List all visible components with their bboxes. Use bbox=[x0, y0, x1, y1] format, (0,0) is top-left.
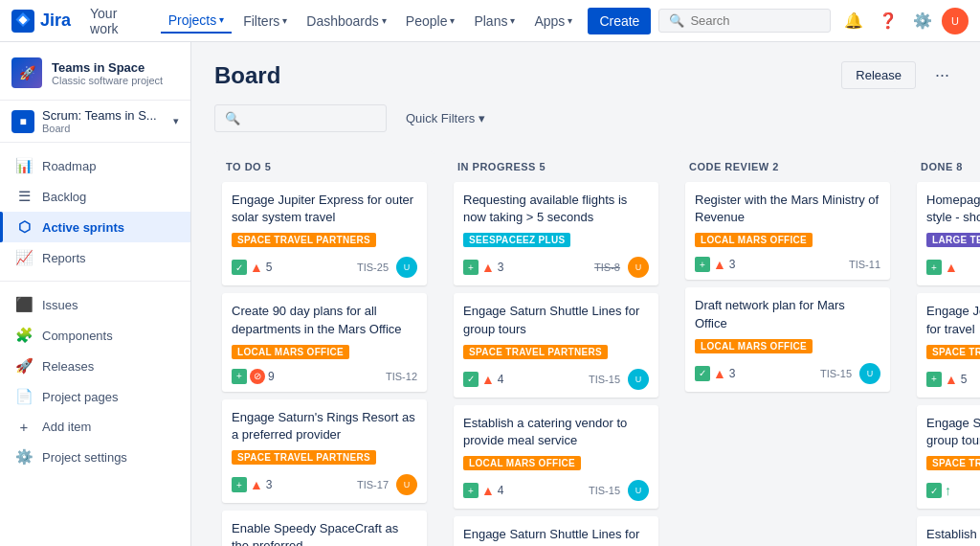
card-count: 5 bbox=[961, 373, 968, 386]
nav-plans[interactable]: Plans ▾ bbox=[466, 10, 523, 33]
column-todo-header: TO DO 5 bbox=[222, 161, 427, 172]
project-type: Classic software project bbox=[52, 75, 179, 86]
sidebar-item-components[interactable]: 🧩 Components bbox=[0, 320, 190, 351]
settings-button[interactable]: ⚙️ bbox=[907, 6, 938, 36]
card-title: Requesting available flights is now taki… bbox=[463, 192, 649, 226]
card-todo-4[interactable]: Enable Speedy SpaceCraft as the preferre… bbox=[222, 511, 427, 546]
column-codereview-title: CODE REVIEW 2 bbox=[689, 161, 886, 172]
sidebar-project[interactable]: 🚀 Teams in Space Classic software projec… bbox=[0, 42, 190, 101]
card-count: 4 bbox=[498, 373, 504, 386]
nav-filters[interactable]: Filters ▾ bbox=[235, 10, 295, 33]
card-ip-3[interactable]: Establish a catering vendor to provide m… bbox=[454, 405, 658, 509]
nav-people[interactable]: People ▾ bbox=[398, 10, 463, 33]
search-input[interactable] bbox=[690, 13, 805, 28]
sidebar-scrum[interactable]: ■ Scrum: Teams in S... Board ▾ bbox=[0, 101, 190, 143]
sidebar-item-project-settings[interactable]: ⚙️ Project settings bbox=[0, 442, 190, 472]
story-icon: + bbox=[232, 369, 247, 384]
priority-icon: ▲ bbox=[481, 260, 495, 275]
card-title: Engage Jupiter Express for outer solar s… bbox=[232, 192, 417, 226]
priority-icon: ▲ bbox=[945, 372, 958, 387]
sidebar-item-releases[interactable]: 🚀 Releases bbox=[0, 351, 190, 381]
column-done-header: DONE 8 bbox=[917, 161, 980, 172]
priority-icon: ▲ bbox=[713, 366, 726, 381]
sidebar-nav: 📊 Roadmap ☰ Backlog ⬡ Active sprints 📈 R… bbox=[0, 143, 190, 480]
sidebar-item-backlog[interactable]: ☰ Backlog bbox=[0, 181, 190, 212]
card-ip-1[interactable]: Requesting available flights is now taki… bbox=[454, 182, 658, 285]
user-avatar[interactable]: U bbox=[942, 8, 969, 34]
quick-filters-label: Quick Filters bbox=[406, 111, 475, 125]
card-todo-3[interactable]: Engage Saturn's Rings Resort as a prefer… bbox=[222, 399, 427, 503]
column-codereview-header: CODE REVIEW 2 bbox=[685, 161, 890, 172]
card-title: Engage Saturn Shuttle Lines for group to… bbox=[926, 415, 980, 449]
card-done-4[interactable]: Establish a catering vendor to provide m… bbox=[917, 516, 980, 546]
create-button[interactable]: Create bbox=[588, 8, 651, 34]
card-icons: ✓ ↑ bbox=[926, 483, 980, 498]
sidebar-item-add-item[interactable]: + Add item bbox=[0, 412, 190, 442]
card-id: TIS-25 bbox=[357, 262, 389, 273]
filters-chevron-icon: ▾ bbox=[282, 15, 287, 26]
sidebar-item-label: Project pages bbox=[42, 390, 119, 404]
card-footer: + ▲ 3 TIS-11 bbox=[695, 257, 880, 272]
card-done-3[interactable]: Engage Saturn Shuttle Lines for group to… bbox=[917, 405, 980, 509]
card-ip-2[interactable]: Engage Saturn Shuttle Lines for group to… bbox=[454, 293, 658, 397]
sidebar-item-reports[interactable]: 📈 Reports bbox=[0, 242, 190, 273]
card-todo-2[interactable]: Create 90 day plans for all departments … bbox=[222, 293, 427, 391]
priority-icon: ▲ bbox=[250, 260, 263, 275]
filter-bar: 🔍 Quick Filters ▾ bbox=[214, 104, 957, 132]
card-done-2[interactable]: Engage JetShuttle SpaceWays for travel S… bbox=[917, 293, 980, 397]
board-search[interactable]: 🔍 bbox=[214, 104, 387, 132]
quick-filters-button[interactable]: Quick Filters ▾ bbox=[398, 105, 493, 131]
card-tag: LARGE TEAM SUPPORT bbox=[926, 233, 980, 247]
card-ip-4[interactable]: Engage Saturn Shuttle Lines for group to… bbox=[454, 516, 658, 546]
card-tag: SEESPACEEZ PLUS bbox=[463, 233, 570, 247]
card-done-1[interactable]: Homepage footer uses an inline style - s… bbox=[917, 182, 980, 285]
board-search-input[interactable] bbox=[246, 111, 380, 125]
dashboards-chevron-icon: ▾ bbox=[382, 15, 387, 26]
card-cr-2[interactable]: Draft network plan for Mars Office LOCAL… bbox=[685, 287, 890, 391]
card-avatar: U bbox=[396, 257, 417, 278]
card-cr-1[interactable]: Register with the Mars Ministry of Reven… bbox=[685, 182, 890, 280]
card-footer: + ▲ 5 TIS-23 U bbox=[926, 369, 980, 390]
nav-your-work[interactable]: Your work bbox=[82, 2, 157, 40]
nav-dashboards[interactable]: Dashboards ▾ bbox=[299, 10, 394, 33]
priority-icon: ▲ bbox=[481, 372, 495, 387]
column-todo: TO DO 5 Engage Jupiter Express for outer… bbox=[214, 151, 434, 546]
card-tag: LOCAL MARS OFFICE bbox=[695, 339, 813, 353]
search-bar[interactable]: 🔍 bbox=[658, 9, 831, 33]
card-id-strikethrough: TIS-8 bbox=[594, 262, 620, 273]
releases-icon: 🚀 bbox=[15, 357, 33, 375]
topnav-icons: 🔔 ❓ ⚙️ U bbox=[838, 6, 969, 36]
priority-icon: ▲ bbox=[250, 477, 263, 492]
card-count: 3 bbox=[729, 367, 736, 380]
card-footer: + ▲ 4 TIS-15 U bbox=[463, 480, 649, 501]
help-button[interactable]: ❓ bbox=[873, 6, 903, 36]
card-icons: + ▲ 3 bbox=[695, 257, 845, 272]
sidebar-item-roadmap[interactable]: 📊 Roadmap bbox=[0, 150, 190, 181]
quick-filters-chevron-icon: ▾ bbox=[479, 111, 485, 125]
card-icons: + ▲ bbox=[926, 260, 980, 275]
column-done-title: DONE 8 bbox=[921, 161, 980, 172]
column-codereview: CODE REVIEW 2 Register with the Mars Min… bbox=[678, 151, 898, 546]
card-id: TIS-17 bbox=[357, 479, 389, 490]
scrum-chevron-icon: ▾ bbox=[173, 115, 179, 127]
board-more-button[interactable]: ··· bbox=[927, 61, 957, 89]
card-icons: + ▲ 3 bbox=[232, 477, 353, 492]
sidebar-item-issues[interactable]: ⬛ Issues bbox=[0, 289, 190, 320]
sidebar-item-project-pages[interactable]: 📄 Project pages bbox=[0, 381, 190, 412]
card-todo-1[interactable]: Engage Jupiter Express for outer solar s… bbox=[222, 182, 427, 285]
active-sprints-icon: ⬡ bbox=[15, 218, 33, 236]
people-chevron-icon: ▾ bbox=[450, 15, 455, 26]
notifications-button[interactable]: 🔔 bbox=[838, 6, 869, 36]
nav-projects[interactable]: Projects ▾ bbox=[161, 9, 233, 34]
release-button[interactable]: Release bbox=[841, 61, 916, 89]
logo[interactable]: Jira bbox=[11, 10, 71, 33]
nav-apps[interactable]: Apps ▾ bbox=[526, 10, 580, 33]
card-tag: LOCAL MARS OFFICE bbox=[232, 345, 349, 359]
card-title: Engage JetShuttle SpaceWays for travel bbox=[926, 303, 980, 337]
sidebar-item-active-sprints[interactable]: ⬡ Active sprints bbox=[0, 212, 190, 242]
card-tag: SPACE TRAVEL PARTNERS bbox=[463, 345, 608, 359]
card-title: Register with the Mars Ministry of Reven… bbox=[695, 192, 880, 226]
card-id: TIS-15 bbox=[589, 374, 620, 385]
card-tag: SPACE TRAVEL PARTNERS bbox=[232, 450, 376, 465]
card-title: Establish a catering vendor to provide m… bbox=[463, 415, 649, 449]
